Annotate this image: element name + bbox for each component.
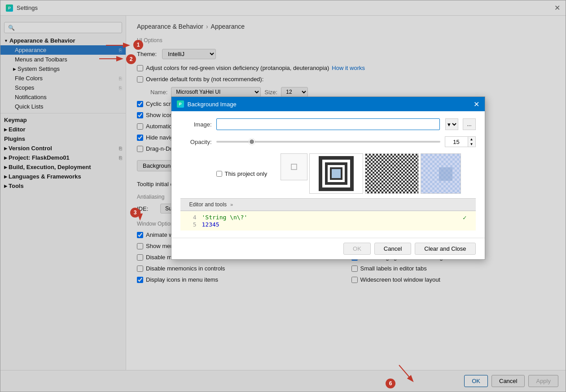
opacity-row: Opacity: 15 ▲ ▼	[180, 136, 476, 147]
code-line-5: 5 12345	[189, 221, 467, 228]
preview-pattern	[365, 153, 419, 194]
opacity-spinner: ▲ ▼	[468, 137, 475, 147]
image-label: Image:	[180, 121, 212, 128]
preview-checkerboard	[365, 154, 419, 194]
preview-blue-checkerboard	[421, 154, 461, 194]
opacity-up-button[interactable]: ▲	[468, 137, 475, 142]
image-input[interactable]	[216, 118, 440, 130]
opacity-down-button[interactable]: ▼	[468, 142, 475, 147]
opacity-slider[interactable]	[216, 141, 440, 143]
project-only-text: This project only	[225, 170, 268, 177]
opacity-value-box: 15 ▲ ▼	[445, 136, 476, 147]
preview-thumbnails	[281, 153, 461, 194]
background-image-modal: P Background Image ✕ Image: ▾ ...	[171, 96, 485, 260]
preview-empty	[281, 153, 307, 180]
browse-button[interactable]: ...	[463, 118, 475, 130]
modal-clear-close-button[interactable]: Clear and Close	[415, 243, 475, 255]
modal-close-button[interactable]: ✕	[474, 100, 479, 109]
code-line-4: 4 'String \n\?' ✓	[189, 214, 467, 221]
preview-empty-icon	[290, 162, 298, 171]
settings-window: P Settings ✕ 🔍 ▼ Appearance & Behavior A…	[0, 0, 566, 392]
image-row: Image: ▾ ...	[180, 118, 476, 130]
line-num-5: 5	[189, 221, 197, 228]
preview-square	[309, 153, 363, 194]
modal-body: Image: ▾ ... Opacity: 15 ▲ ▼	[171, 111, 485, 238]
svg-rect-3	[331, 168, 342, 179]
modal-overlay: P Background Image ✕ Image: ▾ ...	[0, 0, 566, 392]
modal-cancel-button[interactable]: Cancel	[374, 243, 411, 255]
preview-blue-pattern	[421, 153, 461, 194]
modal-ok-button[interactable]: OK	[343, 243, 371, 255]
svg-rect-0	[291, 164, 297, 170]
modal-title-text: Background Image	[188, 101, 237, 108]
modal-title: P Background Image	[177, 100, 237, 108]
editor-tools-tab[interactable]: Editor and tools	[189, 201, 227, 208]
project-only-checkbox[interactable]	[216, 171, 222, 177]
project-only-row: This project only	[180, 153, 476, 194]
project-only-label-wrap[interactable]: This project only	[216, 170, 268, 177]
code-check-icon: ✓	[463, 214, 466, 221]
line-num-4: 4	[189, 214, 197, 221]
modal-icon: P	[177, 100, 184, 108]
opacity-value-input[interactable]: 15	[445, 138, 468, 146]
code-content-5: 12345	[202, 221, 219, 228]
svg-rect-13	[439, 167, 452, 181]
editor-tools-expand-icon: »	[230, 202, 233, 207]
editor-tools-row: Editor and tools »	[180, 198, 476, 211]
opacity-label: Opacity:	[180, 139, 212, 145]
svg-rect-8	[365, 154, 419, 194]
modal-title-bar: P Background Image ✕	[171, 97, 485, 111]
image-type-select[interactable]: ▾	[445, 118, 458, 130]
code-preview: 4 'String \n\?' ✓ 5 12345	[180, 211, 476, 231]
preview-square-icon	[318, 156, 354, 192]
code-content-4: 'String \n\?'	[202, 214, 248, 221]
modal-footer: OK Cancel Clear and Close	[171, 238, 485, 259]
